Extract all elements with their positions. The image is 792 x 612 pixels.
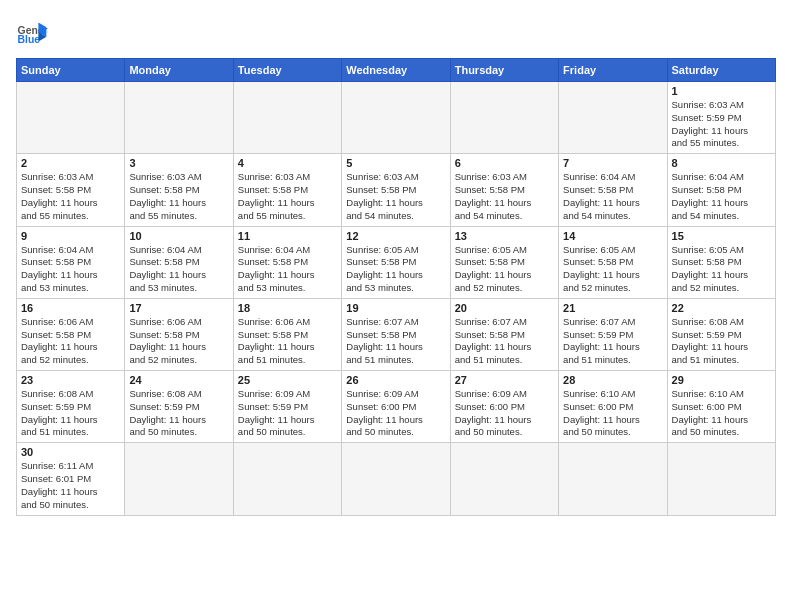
calendar-cell: 4Sunrise: 6:03 AMSunset: 5:58 PMDaylight… xyxy=(233,154,341,226)
calendar-cell: 23Sunrise: 6:08 AMSunset: 5:59 PMDayligh… xyxy=(17,371,125,443)
calendar-cell: 25Sunrise: 6:09 AMSunset: 5:59 PMDayligh… xyxy=(233,371,341,443)
day-info: Sunrise: 6:11 AMSunset: 6:01 PMDaylight:… xyxy=(21,460,120,511)
day-number: 11 xyxy=(238,230,337,242)
day-info: Sunrise: 6:09 AMSunset: 6:00 PMDaylight:… xyxy=(455,388,554,439)
day-number: 24 xyxy=(129,374,228,386)
calendar-cell: 28Sunrise: 6:10 AMSunset: 6:00 PMDayligh… xyxy=(559,371,667,443)
day-number: 16 xyxy=(21,302,120,314)
day-info: Sunrise: 6:04 AMSunset: 5:58 PMDaylight:… xyxy=(21,244,120,295)
calendar-cell xyxy=(17,82,125,154)
day-number: 2 xyxy=(21,157,120,169)
day-number: 12 xyxy=(346,230,445,242)
calendar-cell xyxy=(559,82,667,154)
svg-text:Blue: Blue xyxy=(18,34,41,45)
day-info: Sunrise: 6:05 AMSunset: 5:58 PMDaylight:… xyxy=(346,244,445,295)
calendar-cell xyxy=(667,443,775,515)
day-number: 17 xyxy=(129,302,228,314)
day-number: 7 xyxy=(563,157,662,169)
calendar-cell xyxy=(559,443,667,515)
day-number: 19 xyxy=(346,302,445,314)
day-number: 28 xyxy=(563,374,662,386)
calendar-cell: 18Sunrise: 6:06 AMSunset: 5:58 PMDayligh… xyxy=(233,298,341,370)
calendar-week-3: 9Sunrise: 6:04 AMSunset: 5:58 PMDaylight… xyxy=(17,226,776,298)
page-header: General Blue xyxy=(16,16,776,48)
calendar-week-5: 23Sunrise: 6:08 AMSunset: 5:59 PMDayligh… xyxy=(17,371,776,443)
day-info: Sunrise: 6:10 AMSunset: 6:00 PMDaylight:… xyxy=(672,388,771,439)
calendar-cell: 21Sunrise: 6:07 AMSunset: 5:59 PMDayligh… xyxy=(559,298,667,370)
calendar-cell: 12Sunrise: 6:05 AMSunset: 5:58 PMDayligh… xyxy=(342,226,450,298)
day-number: 5 xyxy=(346,157,445,169)
day-number: 27 xyxy=(455,374,554,386)
day-info: Sunrise: 6:04 AMSunset: 5:58 PMDaylight:… xyxy=(563,171,662,222)
calendar-week-6: 30Sunrise: 6:11 AMSunset: 6:01 PMDayligh… xyxy=(17,443,776,515)
calendar-cell: 5Sunrise: 6:03 AMSunset: 5:58 PMDaylight… xyxy=(342,154,450,226)
calendar-cell xyxy=(125,443,233,515)
calendar-week-1: 1Sunrise: 6:03 AMSunset: 5:59 PMDaylight… xyxy=(17,82,776,154)
calendar-cell: 13Sunrise: 6:05 AMSunset: 5:58 PMDayligh… xyxy=(450,226,558,298)
day-number: 1 xyxy=(672,85,771,97)
day-info: Sunrise: 6:08 AMSunset: 5:59 PMDaylight:… xyxy=(129,388,228,439)
col-header-wednesday: Wednesday xyxy=(342,59,450,82)
calendar-cell xyxy=(233,82,341,154)
day-number: 3 xyxy=(129,157,228,169)
calendar-cell: 15Sunrise: 6:05 AMSunset: 5:58 PMDayligh… xyxy=(667,226,775,298)
calendar-cell: 6Sunrise: 6:03 AMSunset: 5:58 PMDaylight… xyxy=(450,154,558,226)
day-number: 26 xyxy=(346,374,445,386)
calendar-cell xyxy=(342,82,450,154)
logo-icon: General Blue xyxy=(16,16,48,48)
day-info: Sunrise: 6:06 AMSunset: 5:58 PMDaylight:… xyxy=(129,316,228,367)
calendar-cell: 16Sunrise: 6:06 AMSunset: 5:58 PMDayligh… xyxy=(17,298,125,370)
day-info: Sunrise: 6:06 AMSunset: 5:58 PMDaylight:… xyxy=(21,316,120,367)
day-number: 22 xyxy=(672,302,771,314)
calendar-cell: 30Sunrise: 6:11 AMSunset: 6:01 PMDayligh… xyxy=(17,443,125,515)
calendar-week-4: 16Sunrise: 6:06 AMSunset: 5:58 PMDayligh… xyxy=(17,298,776,370)
day-number: 10 xyxy=(129,230,228,242)
day-info: Sunrise: 6:03 AMSunset: 5:58 PMDaylight:… xyxy=(238,171,337,222)
col-header-saturday: Saturday xyxy=(667,59,775,82)
day-info: Sunrise: 6:05 AMSunset: 5:58 PMDaylight:… xyxy=(563,244,662,295)
calendar-cell: 20Sunrise: 6:07 AMSunset: 5:58 PMDayligh… xyxy=(450,298,558,370)
calendar-cell: 3Sunrise: 6:03 AMSunset: 5:58 PMDaylight… xyxy=(125,154,233,226)
calendar-cell xyxy=(450,82,558,154)
day-info: Sunrise: 6:03 AMSunset: 5:58 PMDaylight:… xyxy=(455,171,554,222)
calendar-cell xyxy=(342,443,450,515)
day-number: 23 xyxy=(21,374,120,386)
calendar-cell: 19Sunrise: 6:07 AMSunset: 5:58 PMDayligh… xyxy=(342,298,450,370)
calendar-week-2: 2Sunrise: 6:03 AMSunset: 5:58 PMDaylight… xyxy=(17,154,776,226)
day-info: Sunrise: 6:05 AMSunset: 5:58 PMDaylight:… xyxy=(455,244,554,295)
calendar-cell: 17Sunrise: 6:06 AMSunset: 5:58 PMDayligh… xyxy=(125,298,233,370)
day-number: 18 xyxy=(238,302,337,314)
day-number: 4 xyxy=(238,157,337,169)
day-number: 20 xyxy=(455,302,554,314)
col-header-monday: Monday xyxy=(125,59,233,82)
calendar-cell: 9Sunrise: 6:04 AMSunset: 5:58 PMDaylight… xyxy=(17,226,125,298)
col-header-friday: Friday xyxy=(559,59,667,82)
col-header-tuesday: Tuesday xyxy=(233,59,341,82)
day-info: Sunrise: 6:08 AMSunset: 5:59 PMDaylight:… xyxy=(672,316,771,367)
day-number: 13 xyxy=(455,230,554,242)
day-number: 25 xyxy=(238,374,337,386)
day-info: Sunrise: 6:04 AMSunset: 5:58 PMDaylight:… xyxy=(238,244,337,295)
day-info: Sunrise: 6:03 AMSunset: 5:59 PMDaylight:… xyxy=(672,99,771,150)
calendar-cell xyxy=(125,82,233,154)
day-info: Sunrise: 6:05 AMSunset: 5:58 PMDaylight:… xyxy=(672,244,771,295)
calendar-cell: 22Sunrise: 6:08 AMSunset: 5:59 PMDayligh… xyxy=(667,298,775,370)
calendar-cell: 8Sunrise: 6:04 AMSunset: 5:58 PMDaylight… xyxy=(667,154,775,226)
day-info: Sunrise: 6:03 AMSunset: 5:58 PMDaylight:… xyxy=(129,171,228,222)
calendar-cell: 14Sunrise: 6:05 AMSunset: 5:58 PMDayligh… xyxy=(559,226,667,298)
calendar-cell xyxy=(450,443,558,515)
day-info: Sunrise: 6:10 AMSunset: 6:00 PMDaylight:… xyxy=(563,388,662,439)
calendar-cell: 7Sunrise: 6:04 AMSunset: 5:58 PMDaylight… xyxy=(559,154,667,226)
calendar-cell: 26Sunrise: 6:09 AMSunset: 6:00 PMDayligh… xyxy=(342,371,450,443)
day-number: 14 xyxy=(563,230,662,242)
calendar-cell: 11Sunrise: 6:04 AMSunset: 5:58 PMDayligh… xyxy=(233,226,341,298)
calendar-cell: 2Sunrise: 6:03 AMSunset: 5:58 PMDaylight… xyxy=(17,154,125,226)
day-info: Sunrise: 6:04 AMSunset: 5:58 PMDaylight:… xyxy=(129,244,228,295)
day-info: Sunrise: 6:06 AMSunset: 5:58 PMDaylight:… xyxy=(238,316,337,367)
day-info: Sunrise: 6:07 AMSunset: 5:58 PMDaylight:… xyxy=(455,316,554,367)
day-number: 30 xyxy=(21,446,120,458)
calendar-cell: 10Sunrise: 6:04 AMSunset: 5:58 PMDayligh… xyxy=(125,226,233,298)
day-info: Sunrise: 6:03 AMSunset: 5:58 PMDaylight:… xyxy=(21,171,120,222)
col-header-thursday: Thursday xyxy=(450,59,558,82)
day-info: Sunrise: 6:07 AMSunset: 5:59 PMDaylight:… xyxy=(563,316,662,367)
